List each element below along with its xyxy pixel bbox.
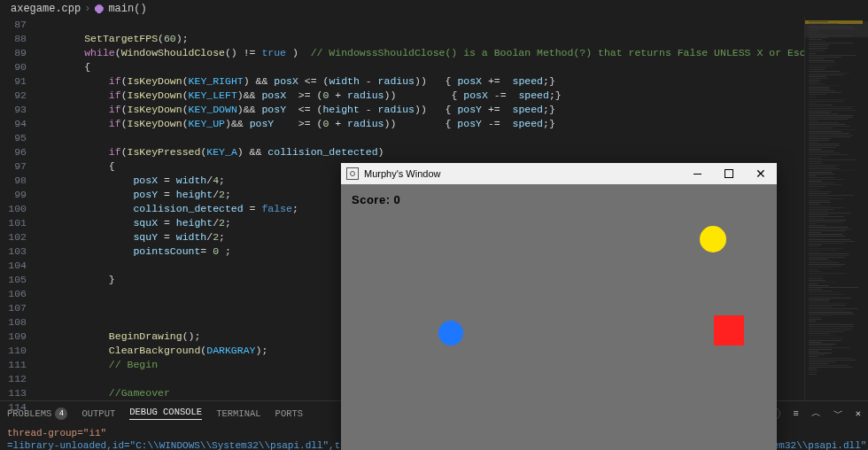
maximize-button[interactable] (713, 163, 745, 184)
gutter: 8788899091929394959697989910010110210310… (0, 18, 35, 400)
chevron-down-icon[interactable]: ﹀ (833, 407, 843, 420)
filter-icon[interactable]: ≡ (793, 408, 798, 419)
chevron-right-icon: › (84, 3, 90, 15)
player-circle (438, 321, 463, 345)
game-canvas[interactable]: Score: 0 (341, 184, 777, 450)
problems-badge: 4 (55, 407, 67, 420)
tab-output[interactable]: OUTPUT (81, 408, 115, 419)
breadcrumb-function[interactable]: main() (108, 3, 146, 15)
app-icon (346, 167, 359, 180)
coin-circle (700, 226, 726, 252)
tab-debug-console[interactable]: DEBUG CONSOLE (129, 407, 202, 420)
game-window[interactable]: Murphy's Window ✕ Score: 0 (341, 163, 777, 450)
tab-terminal[interactable]: TERMINAL (216, 408, 260, 419)
close-panel-icon[interactable]: ✕ (856, 407, 861, 419)
minimap[interactable] (804, 18, 868, 400)
minimize-button[interactable] (681, 163, 713, 184)
tab-ports[interactable]: PORTS (275, 408, 304, 419)
window-title: Murphy's Window (364, 168, 681, 179)
debug-line-1: thread-group="i1" (7, 428, 106, 438)
close-button[interactable]: ✕ (745, 163, 777, 184)
score-label: Score: 0 (352, 193, 400, 206)
enemy-square (714, 315, 744, 345)
titlebar[interactable]: Murphy's Window ✕ (341, 163, 777, 184)
breadcrumb-file[interactable]: axegame.cpp (11, 3, 81, 15)
chevron-up-icon[interactable]: ︿ (811, 407, 821, 420)
cube-icon: ⯃ (94, 3, 105, 16)
breadcrumb: axegame.cpp › ⯃ main() (0, 0, 868, 18)
